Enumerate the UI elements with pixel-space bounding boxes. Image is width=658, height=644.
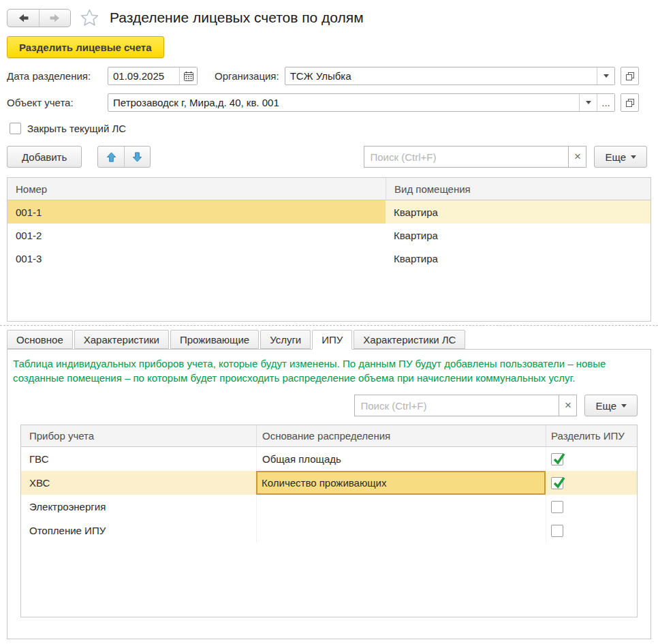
cell-basis[interactable]: Количество проживающих (256, 471, 546, 495)
table-empty-area (7, 270, 651, 321)
tab-ipu[interactable]: ИПУ (312, 330, 352, 350)
cell-device: ХВС (21, 471, 256, 495)
forward-button[interactable] (39, 10, 70, 27)
tab-kharakteristiki[interactable]: Характеристики (74, 330, 169, 349)
column-header-room-type[interactable]: Вид помещения (386, 178, 651, 200)
ipu-description: Таблица индивидуальных приборов учета, к… (13, 356, 645, 385)
date-input[interactable] (108, 67, 179, 85)
dropdown-arrow-icon (631, 155, 636, 159)
column-header-basis[interactable]: Основание распределения (256, 425, 546, 446)
calendar-button[interactable] (179, 67, 197, 85)
cell-split (546, 447, 637, 471)
accounts-search-input[interactable] (364, 146, 568, 168)
tab-uslugi[interactable]: Услуги (260, 330, 311, 349)
accounts-toolbar: Добавить × Еще (7, 146, 651, 168)
object-choose-button[interactable]: ... (597, 94, 614, 111)
cell-split (546, 495, 637, 519)
ipu-table-header: Прибор учета Основание распределения Раз… (21, 425, 637, 447)
organization-dropdown-button[interactable] (597, 67, 614, 85)
back-arrow-icon (18, 13, 29, 23)
ipu-search: × (354, 395, 577, 416)
dropdown-arrow-icon (621, 404, 627, 408)
split-ipu-checkbox[interactable] (551, 501, 563, 513)
form-row-date-org: Дата разделения: Организация: (7, 67, 651, 85)
column-header-number[interactable]: Номер (7, 178, 386, 200)
favorite-star-icon[interactable] (80, 8, 99, 27)
panel-splitter[interactable] (0, 325, 658, 326)
forward-arrow-icon (49, 13, 61, 23)
table-row[interactable]: Отопление ИПУ (21, 519, 637, 542)
tab-osnovnoe[interactable]: Основное (7, 330, 73, 349)
column-header-device[interactable]: Прибор учета (21, 425, 256, 446)
move-down-button[interactable] (124, 147, 150, 167)
nav-history-group (7, 9, 71, 27)
open-form-icon (625, 72, 635, 81)
table-row[interactable]: ХВС Количество проживающих (21, 471, 637, 495)
tab-kharakteristiki-ls[interactable]: Характеристики ЛС (354, 330, 465, 349)
close-current-ls-label: Закрыть текущий ЛС (27, 123, 126, 134)
cell-room-type: Квартира (386, 200, 651, 224)
column-header-split-ipu[interactable]: Разделить ИПУ (546, 425, 637, 446)
organization-open-button[interactable] (621, 67, 639, 85)
blue-arrow-down-icon (131, 151, 143, 163)
object-open-button[interactable] (621, 93, 639, 112)
tab-bar: Основное Характеристики Проживающие Услу… (7, 330, 651, 349)
ipu-tab-panel: Таблица индивидуальных приборов учета, к… (7, 349, 651, 639)
close-ls-row: Закрыть текущий ЛС (10, 121, 658, 135)
cell-device: Отопление ИПУ (21, 519, 256, 542)
date-field (108, 67, 198, 85)
date-label: Дата разделения: (7, 70, 108, 82)
object-dropdown-button[interactable] (579, 94, 597, 111)
ipu-more-button[interactable]: Еще (584, 395, 638, 416)
calendar-icon (183, 71, 194, 82)
cell-room-type: Квартира (386, 224, 651, 247)
back-button[interactable] (7, 10, 39, 27)
cell-basis[interactable]: Общая площадь (256, 447, 546, 471)
cell-basis[interactable] (256, 519, 546, 542)
command-bar: Разделить лицевые счета (7, 36, 651, 58)
checkmark-icon (552, 451, 566, 465)
table-row[interactable]: 001-2 Квартира (7, 224, 651, 247)
form-row-object: Объект учета: ... (7, 93, 651, 112)
window-header: Разделение лицевых счетов по долям (7, 8, 651, 27)
ipu-toolbar: × Еще (20, 395, 638, 416)
object-label: Объект учета: (7, 97, 108, 108)
cell-basis[interactable] (256, 495, 546, 519)
tab-prozhivayushchie[interactable]: Проживающие (170, 330, 259, 349)
move-up-button[interactable] (98, 147, 124, 167)
accounts-more-button[interactable]: Еще (594, 146, 647, 168)
dropdown-arrow-icon (586, 101, 591, 104)
cell-number: 001-1 (7, 200, 386, 224)
page-title: Разделение лицевых счетов по долям (110, 10, 364, 26)
accounts-search: × (364, 146, 586, 168)
split-ipu-checkbox[interactable] (551, 477, 563, 489)
split-ipu-checkbox[interactable] (551, 525, 563, 537)
accounts-table-header: Номер Вид помещения (7, 178, 651, 200)
ipu-table: Прибор учета Основание распределения Раз… (20, 425, 638, 617)
cell-number: 001-3 (7, 247, 386, 270)
split-accounts-button[interactable]: Разделить лицевые счета (7, 36, 164, 58)
ipu-search-input[interactable] (354, 395, 559, 416)
cell-device: Электроэнергия (21, 495, 256, 519)
search-clear-icon[interactable]: × (559, 395, 577, 416)
dropdown-arrow-icon (604, 74, 609, 78)
split-ipu-checkbox[interactable] (551, 453, 563, 465)
cell-number: 001-2 (7, 224, 386, 247)
close-current-ls-checkbox[interactable] (10, 123, 21, 134)
object-input[interactable] (108, 94, 579, 111)
table-row[interactable]: 001-1 Квартира (7, 200, 651, 224)
cell-room-type: Квартира (386, 247, 651, 270)
open-form-icon (625, 98, 635, 108)
add-button[interactable]: Добавить (7, 146, 82, 168)
search-clear-icon[interactable]: × (568, 146, 586, 168)
cell-split (546, 471, 637, 495)
checkmark-icon (552, 475, 566, 489)
table-row[interactable]: ГВС Общая площадь (21, 447, 637, 471)
organization-field (285, 67, 615, 85)
blue-arrow-up-icon (106, 151, 117, 163)
organization-input[interactable] (285, 67, 597, 85)
table-empty-area (21, 542, 637, 617)
move-buttons-group (97, 146, 151, 168)
table-row[interactable]: 001-3 Квартира (7, 247, 651, 270)
table-row[interactable]: Электроэнергия (21, 495, 637, 519)
